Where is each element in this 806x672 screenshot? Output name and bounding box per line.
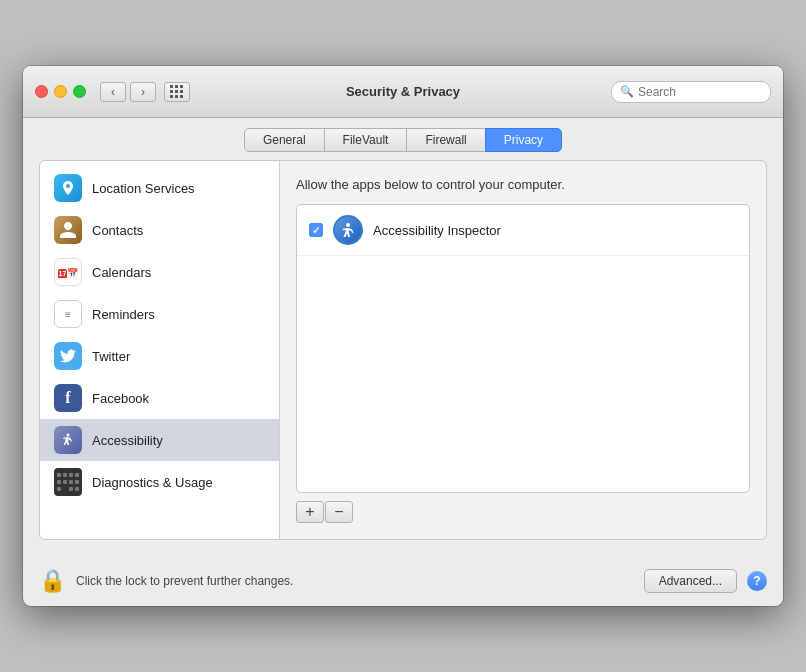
accessibility-inspector-icon bbox=[333, 215, 363, 245]
sidebar-label-calendars: Calendars bbox=[92, 265, 151, 280]
sidebar-item-calendars[interactable]: 17 📅 Calendars bbox=[40, 251, 279, 293]
sidebar-item-facebook[interactable]: f Facebook bbox=[40, 377, 279, 419]
svg-point-0 bbox=[67, 434, 70, 437]
forward-button[interactable]: › bbox=[130, 82, 156, 102]
search-input[interactable] bbox=[638, 85, 762, 99]
main-content: Location Services Contacts 17 📅 bbox=[23, 160, 783, 556]
calendars-icon: 17 📅 bbox=[54, 258, 82, 286]
location-icon bbox=[54, 174, 82, 202]
sidebar-label-facebook: Facebook bbox=[92, 391, 149, 406]
content-area: Location Services Contacts 17 📅 bbox=[39, 160, 767, 540]
apps-list: ✓ Accessibility Inspector bbox=[296, 204, 750, 493]
sidebar-item-contacts[interactable]: Contacts bbox=[40, 209, 279, 251]
sidebar-label-contacts: Contacts bbox=[92, 223, 143, 238]
sidebar-label-diagnostics: Diagnostics & Usage bbox=[92, 475, 213, 490]
tabs-container: General FileVault Firewall Privacy bbox=[23, 118, 783, 160]
app-checkbox-accessibility-inspector[interactable]: ✓ bbox=[309, 223, 323, 237]
sidebar-label-location: Location Services bbox=[92, 181, 195, 196]
tab-filevault[interactable]: FileVault bbox=[324, 128, 408, 152]
sidebar-label-twitter: Twitter bbox=[92, 349, 130, 364]
list-item: ✓ Accessibility Inspector bbox=[297, 205, 749, 256]
panel-description: Allow the apps below to control your com… bbox=[296, 177, 750, 192]
sidebar-item-twitter[interactable]: Twitter bbox=[40, 335, 279, 377]
tab-firewall[interactable]: Firewall bbox=[406, 128, 485, 152]
diagnostics-icon bbox=[54, 468, 82, 496]
traffic-lights bbox=[35, 85, 86, 98]
contacts-icon bbox=[54, 216, 82, 244]
add-app-button[interactable]: + bbox=[296, 501, 324, 523]
svg-point-1 bbox=[346, 223, 350, 227]
facebook-icon: f bbox=[54, 384, 82, 412]
sidebar-item-reminders[interactable]: ≡ Reminders bbox=[40, 293, 279, 335]
maximize-button[interactable] bbox=[73, 85, 86, 98]
nav-buttons: ‹ › bbox=[100, 82, 156, 102]
sidebar-label-reminders: Reminders bbox=[92, 307, 155, 322]
checkbox-check-icon: ✓ bbox=[312, 225, 320, 236]
advanced-button[interactable]: Advanced... bbox=[644, 569, 737, 593]
search-icon: 🔍 bbox=[620, 85, 634, 98]
tab-general[interactable]: General bbox=[244, 128, 325, 152]
lock-text: Click the lock to prevent further change… bbox=[76, 574, 634, 588]
close-button[interactable] bbox=[35, 85, 48, 98]
remove-app-button[interactable]: − bbox=[325, 501, 353, 523]
minimize-button[interactable] bbox=[54, 85, 67, 98]
footer: 🔒 Click the lock to prevent further chan… bbox=[23, 556, 783, 606]
sidebar: Location Services Contacts 17 📅 bbox=[40, 161, 280, 539]
main-window: ‹ › Security & Privacy 🔍 General FileVau… bbox=[23, 66, 783, 606]
list-controls: + − bbox=[296, 501, 750, 523]
tab-privacy[interactable]: Privacy bbox=[485, 128, 562, 152]
twitter-icon bbox=[54, 342, 82, 370]
sidebar-item-location[interactable]: Location Services bbox=[40, 167, 279, 209]
back-button[interactable]: ‹ bbox=[100, 82, 126, 102]
grid-button[interactable] bbox=[164, 82, 190, 102]
app-name-accessibility-inspector: Accessibility Inspector bbox=[373, 223, 501, 238]
reminders-icon: ≡ bbox=[54, 300, 82, 328]
sidebar-label-accessibility: Accessibility bbox=[92, 433, 163, 448]
help-button[interactable]: ? bbox=[747, 571, 767, 591]
accessibility-icon bbox=[54, 426, 82, 454]
title-bar: ‹ › Security & Privacy 🔍 bbox=[23, 66, 783, 118]
sidebar-item-diagnostics[interactable]: Diagnostics & Usage bbox=[40, 461, 279, 503]
sidebar-item-accessibility[interactable]: Accessibility bbox=[40, 419, 279, 461]
right-panel: Allow the apps below to control your com… bbox=[280, 161, 766, 539]
window-title: Security & Privacy bbox=[346, 84, 460, 99]
lock-icon[interactable]: 🔒 bbox=[39, 568, 66, 594]
search-bar[interactable]: 🔍 bbox=[611, 81, 771, 103]
